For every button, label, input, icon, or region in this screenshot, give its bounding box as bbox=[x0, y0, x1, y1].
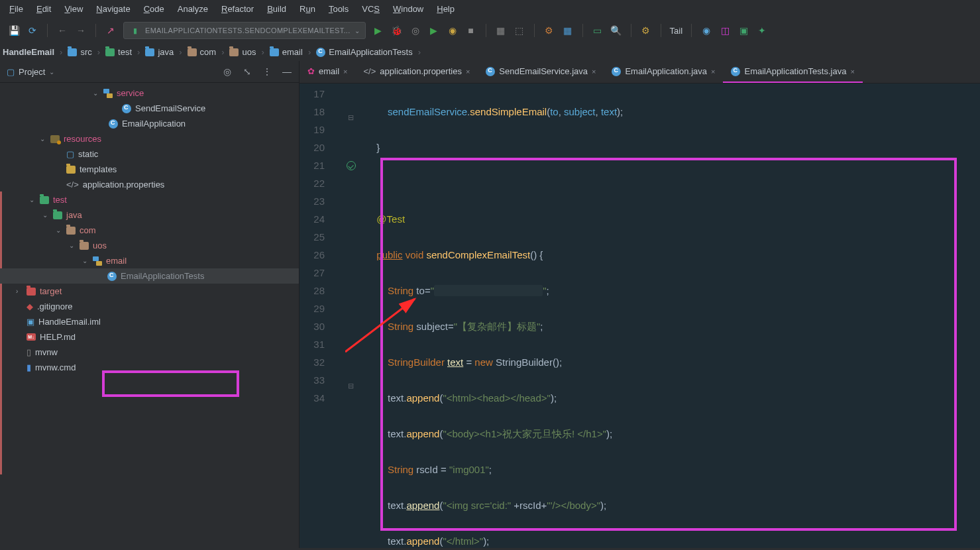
profile-icon[interactable]: ◉ bbox=[447, 25, 459, 36]
tree-folder-java[interactable]: ⌄java bbox=[0, 207, 299, 223]
class-icon bbox=[731, 67, 740, 76]
tool2-icon[interactable]: ⬚ bbox=[514, 25, 525, 36]
fold-icon[interactable]: ⊟ bbox=[348, 109, 354, 115]
menu-edit[interactable]: Edit bbox=[36, 4, 51, 14]
refresh-icon[interactable]: ⟳ bbox=[27, 25, 38, 36]
menu-refactor[interactable]: Refactor bbox=[221, 4, 254, 14]
tail-label[interactable]: Tail bbox=[670, 26, 683, 36]
options-icon[interactable]: ⋮ bbox=[262, 66, 272, 77]
folder-icon bbox=[188, 48, 197, 56]
close-icon[interactable]: × bbox=[592, 68, 596, 76]
project-view-icon: ▢ bbox=[7, 67, 15, 77]
chevron-down-icon: ⌄ bbox=[40, 135, 46, 142]
close-icon[interactable]: × bbox=[850, 68, 854, 76]
resources-icon bbox=[50, 135, 60, 143]
project-tool-title[interactable]: Project bbox=[19, 67, 45, 77]
plugin2-icon[interactable]: ◫ bbox=[719, 25, 731, 36]
tool1-icon[interactable]: ▦ bbox=[495, 25, 507, 36]
tree-folder-resources[interactable]: ⌄resources bbox=[0, 131, 299, 146]
tree-file-helpmd[interactable]: M↓HELP.md bbox=[0, 329, 299, 345]
tree-file-appprops[interactable]: </>application.properties bbox=[0, 177, 299, 192]
menu-view[interactable]: View bbox=[64, 4, 83, 14]
tree-folder-test[interactable]: ⌄test bbox=[0, 192, 299, 207]
line-number: 20 bbox=[299, 138, 325, 156]
bc-class[interactable]: EmailApplicationTests bbox=[316, 47, 412, 57]
menu-build[interactable]: Build bbox=[267, 4, 286, 14]
back-icon[interactable]: ← bbox=[56, 25, 68, 36]
menu-code[interactable]: Code bbox=[144, 4, 164, 14]
tree-file-iml[interactable]: ▣HandleEmail.iml bbox=[0, 314, 299, 329]
tree-folder-templates[interactable]: templates bbox=[0, 162, 299, 177]
coverage-icon[interactable]: ◎ bbox=[409, 25, 421, 36]
tree-folder-com[interactable]: ⌄com bbox=[0, 223, 299, 238]
iml-icon: ▣ bbox=[27, 317, 34, 327]
menu-vcs[interactable]: VCS bbox=[362, 4, 380, 14]
tree-class-emailapptests[interactable]: EmailApplicationTests bbox=[0, 268, 299, 284]
settings-icon[interactable]: ⚙ bbox=[543, 25, 555, 36]
tree-file-mvnwcmd[interactable]: ▮mvnw.cmd bbox=[0, 360, 299, 375]
plugin4-icon[interactable]: ✦ bbox=[756, 25, 768, 36]
plugin3-icon[interactable]: ▣ bbox=[737, 25, 749, 36]
fold-icon[interactable]: ⊟ bbox=[348, 377, 354, 384]
chevron-down-icon[interactable]: ⌄ bbox=[49, 68, 54, 76]
run-config-dropdown[interactable]: ▮ EMAILAPPLICATIONTESTS.SENDCOMPLEXEMAIL… bbox=[123, 22, 366, 39]
collapse-icon[interactable]: ⤡ bbox=[242, 66, 252, 77]
tree-folder-target[interactable]: ›target bbox=[0, 284, 299, 299]
tree-file-mvnw[interactable]: ▯mvnw bbox=[0, 345, 299, 360]
bc-email[interactable]: email bbox=[270, 47, 303, 57]
bc-uos[interactable]: uos bbox=[229, 47, 256, 57]
folder-icon: ▢ bbox=[66, 149, 74, 159]
menu-window[interactable]: Window bbox=[393, 4, 423, 14]
run-test-icon[interactable] bbox=[347, 161, 356, 170]
bc-test[interactable]: test bbox=[105, 47, 132, 57]
tab-email[interactable]: ✿email× bbox=[299, 61, 356, 83]
stop-icon[interactable]: ■ bbox=[465, 25, 477, 36]
menu-file[interactable]: File bbox=[9, 4, 23, 14]
save-icon[interactable]: 💾 bbox=[8, 25, 20, 36]
search-icon[interactable]: 🔍 bbox=[610, 25, 622, 36]
build-icon[interactable]: ↗ bbox=[105, 25, 117, 36]
grid-icon[interactable]: ▦ bbox=[562, 25, 574, 36]
plugin1-icon[interactable]: ◉ bbox=[700, 25, 712, 36]
code-content[interactable]: sendEmailService.sendSimpleEmail(to, sub… bbox=[364, 83, 980, 548]
line-number: 28 bbox=[299, 282, 325, 300]
menu-navigate[interactable]: Navigate bbox=[96, 4, 130, 14]
bc-project[interactable]: HandleEmail bbox=[3, 47, 54, 57]
tree-folder-uos[interactable]: ⌄uos bbox=[0, 238, 299, 253]
tree-label: mvnw.cmd bbox=[35, 362, 76, 372]
tree-folder-service[interactable]: ⌄service bbox=[0, 85, 299, 101]
menu-analyze[interactable]: Analyze bbox=[178, 4, 208, 14]
close-icon[interactable]: × bbox=[466, 68, 470, 76]
code-editor[interactable]: 17 18 19 20 21 22 23 24 25 26 27 28 29 3… bbox=[299, 83, 980, 548]
menu-run[interactable]: Run bbox=[299, 4, 315, 14]
tab-sendemailservice[interactable]: SendEmailService.java× bbox=[478, 61, 604, 83]
locate-icon[interactable]: ◎ bbox=[222, 66, 233, 77]
line-number: 33 bbox=[299, 371, 325, 389]
gutter-annotations: ⊟ ⊟ bbox=[338, 83, 364, 548]
minimize-icon[interactable]: — bbox=[282, 66, 292, 77]
tab-appprops[interactable]: </>application.properties× bbox=[356, 61, 478, 83]
close-icon[interactable]: × bbox=[343, 68, 347, 76]
tree-folder-email[interactable]: ⌄email bbox=[0, 253, 299, 268]
bc-src[interactable]: src bbox=[68, 47, 91, 57]
close-icon[interactable]: × bbox=[711, 68, 715, 76]
menu-help[interactable]: Help bbox=[437, 4, 455, 14]
run-icon[interactable]: ▶ bbox=[372, 25, 384, 36]
debug-icon[interactable]: 🐞 bbox=[391, 25, 403, 36]
tree-class-emailapplication[interactable]: EmailApplication bbox=[0, 116, 299, 131]
run2-icon[interactable]: ▶ bbox=[428, 25, 440, 36]
tree-file-gitignore[interactable]: ◆.gitignore bbox=[0, 299, 299, 314]
gear2-icon[interactable]: ⚙ bbox=[640, 25, 652, 36]
terminal-icon[interactable]: ▭ bbox=[592, 25, 604, 36]
menu-tools[interactable]: Tools bbox=[329, 4, 349, 14]
line-number: 27 bbox=[299, 264, 325, 282]
tab-emailapplication[interactable]: EmailApplication.java× bbox=[604, 61, 723, 83]
line-number: 24 bbox=[299, 210, 325, 228]
folder-icon bbox=[66, 166, 76, 174]
tab-emailapptests[interactable]: EmailApplicationTests.java× bbox=[723, 61, 862, 83]
bc-java[interactable]: java bbox=[145, 47, 174, 57]
forward-icon[interactable]: → bbox=[75, 25, 87, 36]
bc-com[interactable]: com bbox=[188, 47, 217, 57]
tree-folder-static[interactable]: ▢static bbox=[0, 146, 299, 162]
tree-class-sendemailservice[interactable]: SendEmailService bbox=[0, 101, 299, 116]
